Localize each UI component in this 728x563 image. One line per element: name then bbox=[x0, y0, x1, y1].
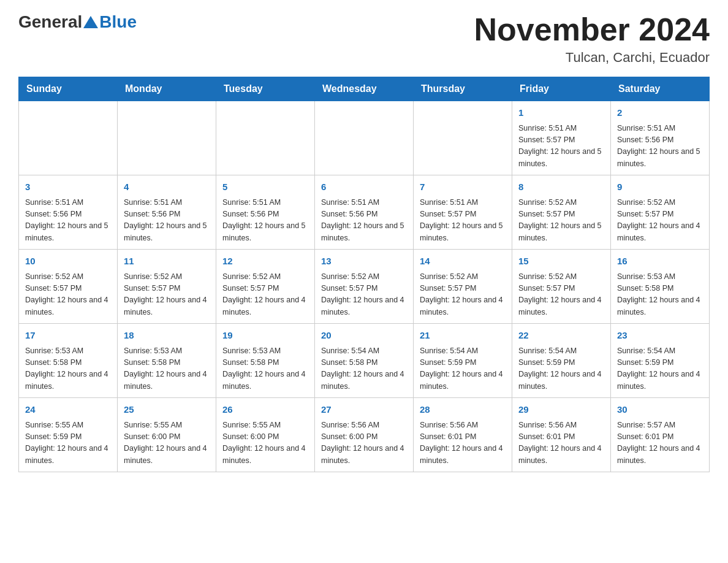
day-number: 19 bbox=[222, 329, 308, 343]
col-sunday: Sunday bbox=[19, 77, 118, 101]
day-info: Sunrise: 5:52 AMSunset: 5:57 PMDaylight:… bbox=[518, 271, 604, 319]
day-cell-17: 17Sunrise: 5:53 AMSunset: 5:58 PMDayligh… bbox=[19, 324, 118, 398]
col-tuesday: Tuesday bbox=[216, 77, 315, 101]
week-row-2: 3Sunrise: 5:51 AMSunset: 5:56 PMDaylight… bbox=[19, 175, 710, 250]
day-number: 16 bbox=[617, 255, 703, 269]
day-cell-11: 11Sunrise: 5:52 AMSunset: 5:57 PMDayligh… bbox=[118, 250, 216, 324]
day-number: 14 bbox=[420, 255, 506, 269]
day-info: Sunrise: 5:54 AMSunset: 5:58 PMDaylight:… bbox=[321, 345, 407, 393]
day-info: Sunrise: 5:52 AMSunset: 5:57 PMDaylight:… bbox=[617, 197, 703, 245]
day-cell-30: 30Sunrise: 5:57 AMSunset: 6:01 PMDayligh… bbox=[611, 398, 710, 472]
day-cell-28: 28Sunrise: 5:56 AMSunset: 6:01 PMDayligh… bbox=[414, 398, 512, 472]
day-number: 11 bbox=[124, 255, 210, 269]
day-info: Sunrise: 5:51 AMSunset: 5:57 PMDaylight:… bbox=[518, 123, 604, 170]
day-info: Sunrise: 5:51 AMSunset: 5:56 PMDaylight:… bbox=[321, 197, 407, 245]
logo-blue-text: Blue bbox=[99, 12, 137, 32]
day-number: 12 bbox=[222, 255, 308, 269]
day-cell-13: 13Sunrise: 5:52 AMSunset: 5:57 PMDayligh… bbox=[315, 250, 414, 324]
day-cell-7: 7Sunrise: 5:51 AMSunset: 5:57 PMDaylight… bbox=[414, 175, 512, 250]
logo-area: General Blue bbox=[18, 12, 137, 32]
day-info: Sunrise: 5:51 AMSunset: 5:56 PMDaylight:… bbox=[617, 123, 703, 170]
day-cell-20: 20Sunrise: 5:54 AMSunset: 5:58 PMDayligh… bbox=[315, 324, 414, 398]
day-info: Sunrise: 5:52 AMSunset: 5:57 PMDaylight:… bbox=[321, 271, 407, 319]
day-number: 28 bbox=[420, 403, 506, 417]
day-cell-empty bbox=[216, 101, 315, 175]
day-info: Sunrise: 5:53 AMSunset: 5:58 PMDaylight:… bbox=[617, 271, 703, 319]
day-number: 22 bbox=[518, 329, 604, 343]
day-info: Sunrise: 5:52 AMSunset: 5:57 PMDaylight:… bbox=[518, 197, 604, 245]
week-row-1: 1Sunrise: 5:51 AMSunset: 5:57 PMDaylight… bbox=[19, 101, 710, 175]
day-cell-22: 22Sunrise: 5:54 AMSunset: 5:59 PMDayligh… bbox=[512, 324, 611, 398]
day-number: 17 bbox=[25, 329, 111, 343]
day-cell-10: 10Sunrise: 5:52 AMSunset: 5:57 PMDayligh… bbox=[19, 250, 118, 324]
day-number: 29 bbox=[518, 403, 604, 417]
day-cell-18: 18Sunrise: 5:53 AMSunset: 5:58 PMDayligh… bbox=[118, 324, 216, 398]
day-cell-23: 23Sunrise: 5:54 AMSunset: 5:59 PMDayligh… bbox=[611, 324, 710, 398]
day-number: 15 bbox=[518, 255, 604, 269]
day-cell-25: 25Sunrise: 5:55 AMSunset: 6:00 PMDayligh… bbox=[118, 398, 216, 472]
logo-general-text: General bbox=[18, 12, 82, 32]
day-info: Sunrise: 5:54 AMSunset: 5:59 PMDaylight:… bbox=[420, 345, 506, 393]
day-number: 8 bbox=[518, 180, 604, 194]
week-row-5: 24Sunrise: 5:55 AMSunset: 5:59 PMDayligh… bbox=[19, 398, 710, 472]
day-info: Sunrise: 5:54 AMSunset: 5:59 PMDaylight:… bbox=[518, 345, 604, 393]
day-number: 6 bbox=[321, 180, 407, 194]
day-info: Sunrise: 5:51 AMSunset: 5:57 PMDaylight:… bbox=[420, 197, 506, 245]
col-thursday: Thursday bbox=[414, 77, 512, 101]
week-row-3: 10Sunrise: 5:52 AMSunset: 5:57 PMDayligh… bbox=[19, 250, 710, 324]
logo-triangle-icon bbox=[83, 16, 98, 28]
day-number: 1 bbox=[518, 106, 604, 120]
day-cell-6: 6Sunrise: 5:51 AMSunset: 5:56 PMDaylight… bbox=[315, 175, 414, 250]
col-saturday: Saturday bbox=[611, 77, 710, 101]
day-number: 9 bbox=[617, 180, 703, 194]
day-cell-19: 19Sunrise: 5:53 AMSunset: 5:58 PMDayligh… bbox=[216, 324, 315, 398]
day-cell-9: 9Sunrise: 5:52 AMSunset: 5:57 PMDaylight… bbox=[611, 175, 710, 250]
day-info: Sunrise: 5:55 AMSunset: 6:00 PMDaylight:… bbox=[124, 419, 210, 467]
day-number: 2 bbox=[617, 106, 703, 120]
day-info: Sunrise: 5:51 AMSunset: 5:56 PMDaylight:… bbox=[124, 197, 210, 245]
day-number: 3 bbox=[25, 180, 111, 194]
day-cell-26: 26Sunrise: 5:55 AMSunset: 6:00 PMDayligh… bbox=[216, 398, 315, 472]
day-info: Sunrise: 5:51 AMSunset: 5:56 PMDaylight:… bbox=[222, 197, 308, 245]
calendar-table: Sunday Monday Tuesday Wednesday Thursday… bbox=[18, 77, 710, 472]
col-wednesday: Wednesday bbox=[315, 77, 414, 101]
day-number: 27 bbox=[321, 403, 407, 417]
day-info: Sunrise: 5:52 AMSunset: 5:57 PMDaylight:… bbox=[25, 271, 111, 319]
day-number: 5 bbox=[222, 180, 308, 194]
header: General Blue November 2024 Tulcan, Carch… bbox=[18, 12, 710, 66]
day-cell-14: 14Sunrise: 5:52 AMSunset: 5:57 PMDayligh… bbox=[414, 250, 512, 324]
day-cell-3: 3Sunrise: 5:51 AMSunset: 5:56 PMDaylight… bbox=[19, 175, 118, 250]
calendar-body: 1Sunrise: 5:51 AMSunset: 5:57 PMDaylight… bbox=[19, 101, 710, 472]
day-number: 24 bbox=[25, 403, 111, 417]
logo: General Blue bbox=[18, 12, 137, 32]
day-info: Sunrise: 5:56 AMSunset: 6:01 PMDaylight:… bbox=[518, 419, 604, 467]
day-info: Sunrise: 5:53 AMSunset: 5:58 PMDaylight:… bbox=[124, 345, 210, 393]
day-info: Sunrise: 5:51 AMSunset: 5:56 PMDaylight:… bbox=[25, 197, 111, 245]
day-number: 20 bbox=[321, 329, 407, 343]
day-info: Sunrise: 5:55 AMSunset: 6:00 PMDaylight:… bbox=[222, 419, 308, 467]
day-cell-12: 12Sunrise: 5:52 AMSunset: 5:57 PMDayligh… bbox=[216, 250, 315, 324]
day-number: 21 bbox=[420, 329, 506, 343]
day-info: Sunrise: 5:55 AMSunset: 5:59 PMDaylight:… bbox=[25, 419, 111, 467]
day-cell-empty bbox=[19, 101, 118, 175]
calendar-title: November 2024 bbox=[474, 12, 710, 47]
col-monday: Monday bbox=[118, 77, 216, 101]
day-cell-empty bbox=[414, 101, 512, 175]
day-cell-empty bbox=[118, 101, 216, 175]
day-cell-29: 29Sunrise: 5:56 AMSunset: 6:01 PMDayligh… bbox=[512, 398, 611, 472]
day-info: Sunrise: 5:52 AMSunset: 5:57 PMDaylight:… bbox=[222, 271, 308, 319]
day-cell-27: 27Sunrise: 5:56 AMSunset: 6:00 PMDayligh… bbox=[315, 398, 414, 472]
day-number: 7 bbox=[420, 180, 506, 194]
day-cell-5: 5Sunrise: 5:51 AMSunset: 5:56 PMDaylight… bbox=[216, 175, 315, 250]
day-cell-2: 2Sunrise: 5:51 AMSunset: 5:56 PMDaylight… bbox=[611, 101, 710, 175]
day-cell-21: 21Sunrise: 5:54 AMSunset: 5:59 PMDayligh… bbox=[414, 324, 512, 398]
day-number: 18 bbox=[124, 329, 210, 343]
day-cell-24: 24Sunrise: 5:55 AMSunset: 5:59 PMDayligh… bbox=[19, 398, 118, 472]
day-info: Sunrise: 5:52 AMSunset: 5:57 PMDaylight:… bbox=[124, 271, 210, 319]
location-subtitle: Tulcan, Carchi, Ecuador bbox=[474, 50, 710, 66]
day-number: 23 bbox=[617, 329, 703, 343]
day-number: 30 bbox=[617, 403, 703, 417]
day-number: 13 bbox=[321, 255, 407, 269]
day-info: Sunrise: 5:53 AMSunset: 5:58 PMDaylight:… bbox=[25, 345, 111, 393]
day-cell-1: 1Sunrise: 5:51 AMSunset: 5:57 PMDaylight… bbox=[512, 101, 611, 175]
